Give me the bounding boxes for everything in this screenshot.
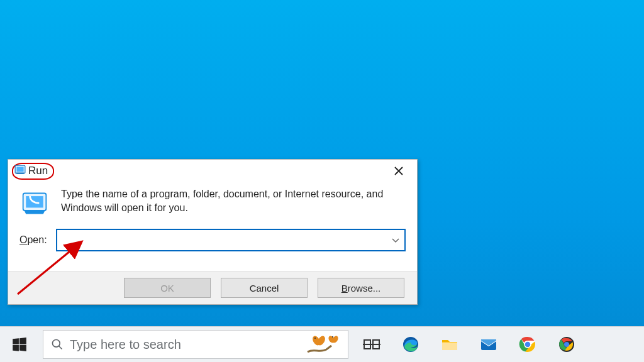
open-row: Open: (8, 226, 417, 251)
taskbar: Type here to search (0, 326, 644, 362)
ok-button: OK (124, 278, 211, 298)
chrome-dark-icon (557, 335, 576, 354)
cancel-button[interactable]: Cancel (221, 278, 308, 298)
svg-point-12 (332, 336, 333, 337)
close-button[interactable] (384, 162, 413, 180)
search-icon (51, 338, 64, 351)
taskbar-icons (352, 327, 586, 362)
svg-point-23 (564, 342, 569, 347)
edge-icon (401, 335, 420, 354)
open-input[interactable] (57, 231, 387, 249)
run-body: Type the name of a program, folder, docu… (8, 182, 417, 226)
search-decoration-icon (306, 333, 340, 356)
edge-button[interactable] (391, 327, 430, 362)
run-body-icon (19, 187, 50, 217)
run-button-row: OK Cancel Browse... (8, 271, 417, 304)
open-combobox[interactable] (56, 229, 406, 251)
svg-point-11 (314, 337, 316, 339)
combobox-dropdown-button[interactable] (387, 230, 404, 250)
chrome-icon (518, 335, 537, 354)
start-button[interactable] (0, 327, 39, 362)
mail-button[interactable] (469, 327, 508, 362)
run-title-highlight: Run (12, 163, 54, 180)
run-title-text: Run (28, 165, 48, 177)
svg-rect-17 (442, 343, 457, 350)
svg-line-6 (59, 346, 62, 349)
folder-icon (440, 335, 459, 354)
chrome-alt-button[interactable] (547, 327, 586, 362)
open-label: Open: (19, 234, 47, 246)
taskbar-search[interactable]: Type here to search (43, 330, 348, 359)
browse-button[interactable]: Browse... (318, 278, 404, 298)
run-titlebar: Run (8, 160, 417, 182)
chevron-down-icon (391, 236, 400, 244)
svg-point-5 (53, 340, 60, 348)
task-view-icon (362, 335, 381, 354)
browse-label: Browse... (341, 283, 381, 293)
file-explorer-button[interactable] (430, 327, 469, 362)
run-description: Type the name of a program, folder, docu… (61, 187, 406, 217)
run-app-icon (14, 164, 26, 178)
task-view-button[interactable] (352, 327, 391, 362)
run-dialog: Run Type the name of a program, folder, … (8, 159, 418, 305)
svg-rect-1 (16, 167, 23, 172)
windows-icon (11, 336, 28, 353)
search-placeholder: Type here to search (70, 337, 300, 352)
chrome-button[interactable] (508, 327, 547, 362)
mail-icon (479, 335, 498, 354)
